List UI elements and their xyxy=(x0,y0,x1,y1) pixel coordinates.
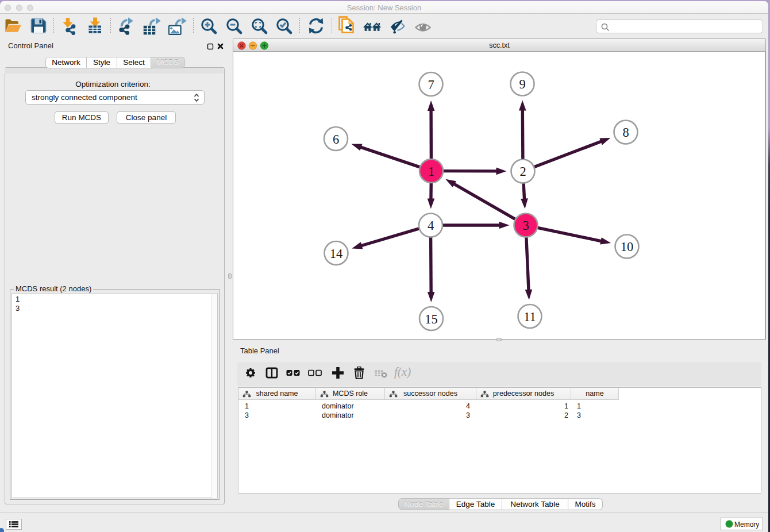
svg-text:8: 8 xyxy=(622,125,629,140)
svg-text:10: 10 xyxy=(621,240,634,254)
svg-text:11: 11 xyxy=(523,310,536,324)
svg-text:1: 1 xyxy=(428,164,434,179)
svg-text:3: 3 xyxy=(522,218,529,233)
svg-text:15: 15 xyxy=(425,312,438,326)
svg-text:7: 7 xyxy=(428,78,434,92)
svg-text:9: 9 xyxy=(519,77,525,91)
svg-text:14: 14 xyxy=(330,246,343,261)
svg-text:2: 2 xyxy=(519,164,526,179)
svg-text:4: 4 xyxy=(428,218,434,233)
svg-text:6: 6 xyxy=(333,132,339,147)
